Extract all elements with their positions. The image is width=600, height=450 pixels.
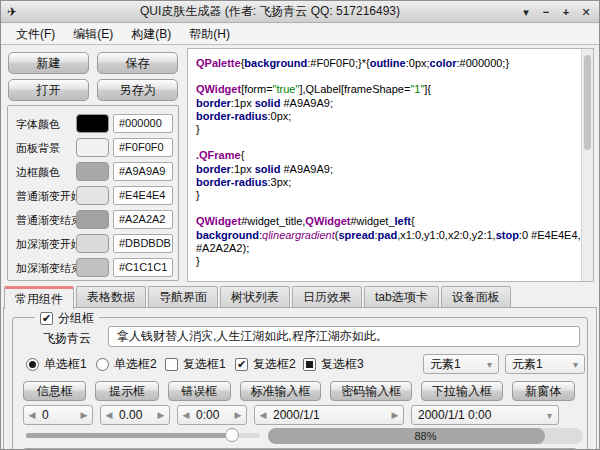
radio-indicator xyxy=(26,358,39,371)
group-box-legend: ✔ 分组框 xyxy=(35,310,99,327)
spinners-row: ◀0▶◀0.00▶◀0:00▶◀2000/1/1▶2000/1/1 0:00▾ xyxy=(13,405,587,425)
dialog-button[interactable]: 信息框 xyxy=(23,381,86,401)
tab-树状列表[interactable]: 树状列表 xyxy=(220,286,290,308)
window-menu-button[interactable]: ▾ xyxy=(517,3,535,21)
dialog-button[interactable]: 提示框 xyxy=(95,381,158,401)
spin-right-icon[interactable]: ▶ xyxy=(387,410,403,420)
action-button[interactable]: 另存为 xyxy=(97,79,178,101)
author-label: 飞扬青云 xyxy=(43,330,91,347)
chevron-down-icon: ▾ xyxy=(547,410,552,421)
dialog-button[interactable]: 标准输入框 xyxy=(240,381,322,401)
color-swatch-button[interactable] xyxy=(76,186,109,205)
group-box: ✔ 分组框 飞扬青云 拿人钱财替人消灾,人生江湖如此,程序江湖亦如此。 单选框1… xyxy=(12,317,588,450)
radio-dot xyxy=(29,361,36,368)
checkbox-label: 复选框2 xyxy=(253,356,296,373)
checkbox-label: 复选框1 xyxy=(183,356,226,373)
color-row: 字体颜色#000000 xyxy=(8,114,178,134)
radio-单选框2[interactable]: 单选框2 xyxy=(96,354,157,374)
combo-box[interactable]: 元素1▾ xyxy=(423,354,499,374)
dialog-button[interactable]: 新窗体 xyxy=(512,381,575,401)
color-hex-field[interactable]: #E4E4E4 xyxy=(113,186,173,205)
motto-input[interactable]: 拿人钱财替人消灾,人生江湖如此,程序江湖亦如此。 xyxy=(108,326,580,347)
group-box-checkbox[interactable]: ✔ xyxy=(40,312,53,325)
color-row-label: 普通渐变开始 xyxy=(16,189,82,204)
checkbox-复选框1[interactable]: 复选框1 xyxy=(165,354,226,374)
tab-表格数据[interactable]: 表格数据 xyxy=(76,286,146,308)
color-swatch-button[interactable] xyxy=(76,138,109,157)
dialog-button[interactable]: 错误框 xyxy=(168,381,231,401)
spin-box[interactable]: ◀0:00▶ xyxy=(177,405,247,425)
color-hex-field[interactable]: #000000 xyxy=(113,114,173,133)
slider[interactable] xyxy=(26,433,260,438)
title-bar: ✈ QUI皮肤生成器 (作者: 飞扬青云 QQ: 517216493) ▾−+✕ xyxy=(1,1,599,23)
spin-left-icon[interactable]: ◀ xyxy=(178,410,194,420)
close-button[interactable]: ✕ xyxy=(577,3,595,21)
menu-item[interactable]: 构建(B) xyxy=(122,24,180,45)
menu-item[interactable]: 编辑(E) xyxy=(64,24,122,45)
window-controls: ▾−+✕ xyxy=(517,3,599,21)
spin-box[interactable]: ◀0▶ xyxy=(23,405,93,425)
menu-bar: 文件(F)编辑(E)构建(B)帮助(H) xyxy=(1,24,599,45)
color-swatch-button[interactable] xyxy=(76,258,109,277)
qss-code-editor[interactable]: QPalette{background:#F0F0F0;}*{outline:0… xyxy=(187,48,594,282)
datetime-combo-box[interactable]: 2000/1/1 0:00▾ xyxy=(411,405,559,425)
tab-bar: 常用组件表格数据导航界面树状列表日历效果tab选项卡设备面板 xyxy=(4,286,596,308)
combo-value: 元素1 xyxy=(430,356,461,373)
datetime-value: 2000/1/1 0:00 xyxy=(418,408,491,422)
code-line xyxy=(196,268,577,281)
maximize-button[interactable]: + xyxy=(557,3,575,21)
color-swatch-button[interactable] xyxy=(76,162,109,181)
tab-日历效果[interactable]: 日历效果 xyxy=(292,286,362,308)
minimize-button[interactable]: − xyxy=(537,3,555,21)
progress-bar: 88% xyxy=(268,428,583,444)
color-swatch-button[interactable] xyxy=(76,114,109,133)
color-hex-field[interactable]: #F0F0F0 xyxy=(113,138,173,157)
color-hex-field[interactable]: #A2A2A2 xyxy=(113,210,173,229)
checkbox-复选框2[interactable]: ✔复选框2 xyxy=(235,354,296,374)
checkbox-复选框3[interactable]: 复选框3 xyxy=(303,354,364,374)
dialog-buttons-row: 信息框提示框错误框标准输入框密码输入框下拉输入框新窗体 xyxy=(23,381,575,401)
code-line: border:1px solid #A9A9A9; xyxy=(196,163,577,176)
window-title: QUI皮肤生成器 (作者: 飞扬青云 QQ: 517216493) xyxy=(23,3,517,20)
spin-box[interactable]: ◀2000/1/1▶ xyxy=(254,405,404,425)
menu-item[interactable]: 文件(F) xyxy=(7,24,64,45)
color-row: 边框颜色#A9A9A9 xyxy=(8,162,178,182)
spin-value: 0:00 xyxy=(194,408,230,422)
code-line: background:qlineargradient(spread:pad,x1… xyxy=(196,229,577,242)
code-scrollbar[interactable] xyxy=(581,49,593,281)
code-line: QWidget#widget_title,QWidget#widget_left… xyxy=(196,215,577,228)
color-hex-field[interactable]: #C1C1C1 xyxy=(113,258,173,277)
spin-box[interactable]: ◀0.00▶ xyxy=(100,405,170,425)
combo-box[interactable]: 元素1▾ xyxy=(505,354,585,374)
action-button[interactable]: 保存 xyxy=(97,52,178,74)
slider-handle[interactable] xyxy=(225,428,239,442)
color-swatch-button[interactable] xyxy=(76,234,109,253)
dialog-button[interactable]: 密码输入框 xyxy=(330,381,412,401)
action-button[interactable]: 新建 xyxy=(8,52,89,74)
color-hex-field[interactable]: #A9A9A9 xyxy=(113,162,173,181)
spin-left-icon[interactable]: ◀ xyxy=(24,410,40,420)
code-line: QWidget[form="true"],QLabel[frameShape="… xyxy=(196,83,577,96)
spin-right-icon[interactable]: ▶ xyxy=(230,410,246,420)
code-line xyxy=(196,202,577,215)
tab-常用组件[interactable]: 常用组件 xyxy=(4,286,74,309)
menu-item[interactable]: 帮助(H) xyxy=(180,24,239,45)
tab-导航界面[interactable]: 导航界面 xyxy=(148,286,218,308)
color-swatch-button[interactable] xyxy=(76,210,109,229)
spin-left-icon[interactable]: ◀ xyxy=(101,410,117,420)
spin-right-icon[interactable]: ▶ xyxy=(153,410,169,420)
code-scrollbar-thumb[interactable] xyxy=(584,55,591,150)
spin-right-icon[interactable]: ▶ xyxy=(76,410,92,420)
color-hex-field[interactable]: #DBDBDB xyxy=(113,234,173,253)
tab-tab选项卡[interactable]: tab选项卡 xyxy=(364,286,439,308)
code-line: } xyxy=(196,255,577,268)
dialog-button[interactable]: 下拉输入框 xyxy=(421,381,503,401)
spin-value: 0 xyxy=(40,408,76,422)
radio-单选框1[interactable]: 单选框1 xyxy=(26,354,87,374)
spin-left-icon[interactable]: ◀ xyxy=(255,410,271,420)
action-button[interactable]: 打开 xyxy=(8,79,89,101)
code-line: } xyxy=(196,189,577,202)
tab-设备面板[interactable]: 设备面板 xyxy=(441,286,511,308)
color-row: 面板背景#F0F0F0 xyxy=(8,138,178,158)
code-line: border-radius:0px; xyxy=(196,110,577,123)
